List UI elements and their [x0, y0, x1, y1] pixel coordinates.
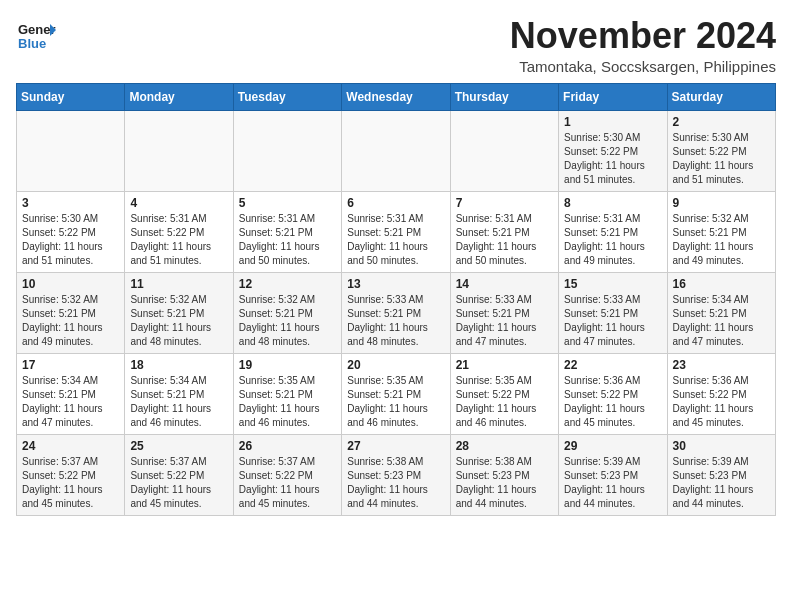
day-info: Sunrise: 5:32 AMSunset: 5:21 PMDaylight:…: [673, 212, 770, 268]
calendar-cell: 16Sunrise: 5:34 AMSunset: 5:21 PMDayligh…: [667, 272, 775, 353]
week-row-3: 10Sunrise: 5:32 AMSunset: 5:21 PMDayligh…: [17, 272, 776, 353]
calendar-cell: 13Sunrise: 5:33 AMSunset: 5:21 PMDayligh…: [342, 272, 450, 353]
calendar-cell: 27Sunrise: 5:38 AMSunset: 5:23 PMDayligh…: [342, 434, 450, 515]
day-info: Sunrise: 5:30 AMSunset: 5:22 PMDaylight:…: [673, 131, 770, 187]
calendar-cell: 24Sunrise: 5:37 AMSunset: 5:22 PMDayligh…: [17, 434, 125, 515]
day-number: 3: [22, 196, 119, 210]
title-block: November 2024 Tamontaka, Soccsksargen, P…: [510, 16, 776, 75]
calendar-cell: 5Sunrise: 5:31 AMSunset: 5:21 PMDaylight…: [233, 191, 341, 272]
day-number: 24: [22, 439, 119, 453]
day-info: Sunrise: 5:35 AMSunset: 5:21 PMDaylight:…: [347, 374, 444, 430]
day-number: 16: [673, 277, 770, 291]
day-info: Sunrise: 5:33 AMSunset: 5:21 PMDaylight:…: [456, 293, 553, 349]
day-number: 8: [564, 196, 661, 210]
calendar-cell: 26Sunrise: 5:37 AMSunset: 5:22 PMDayligh…: [233, 434, 341, 515]
weekday-header-friday: Friday: [559, 83, 667, 110]
day-number: 2: [673, 115, 770, 129]
calendar-cell: [233, 110, 341, 191]
calendar-cell: 11Sunrise: 5:32 AMSunset: 5:21 PMDayligh…: [125, 272, 233, 353]
day-info: Sunrise: 5:34 AMSunset: 5:21 PMDaylight:…: [130, 374, 227, 430]
day-number: 17: [22, 358, 119, 372]
calendar-cell: 28Sunrise: 5:38 AMSunset: 5:23 PMDayligh…: [450, 434, 558, 515]
calendar-cell: 15Sunrise: 5:33 AMSunset: 5:21 PMDayligh…: [559, 272, 667, 353]
calendar-cell: 17Sunrise: 5:34 AMSunset: 5:21 PMDayligh…: [17, 353, 125, 434]
calendar-cell: [17, 110, 125, 191]
weekday-header-row: SundayMondayTuesdayWednesdayThursdayFrid…: [17, 83, 776, 110]
day-info: Sunrise: 5:31 AMSunset: 5:21 PMDaylight:…: [456, 212, 553, 268]
weekday-header-tuesday: Tuesday: [233, 83, 341, 110]
day-number: 26: [239, 439, 336, 453]
day-info: Sunrise: 5:37 AMSunset: 5:22 PMDaylight:…: [22, 455, 119, 511]
day-info: Sunrise: 5:39 AMSunset: 5:23 PMDaylight:…: [564, 455, 661, 511]
day-info: Sunrise: 5:32 AMSunset: 5:21 PMDaylight:…: [22, 293, 119, 349]
day-number: 22: [564, 358, 661, 372]
day-number: 5: [239, 196, 336, 210]
calendar-cell: 18Sunrise: 5:34 AMSunset: 5:21 PMDayligh…: [125, 353, 233, 434]
day-info: Sunrise: 5:32 AMSunset: 5:21 PMDaylight:…: [239, 293, 336, 349]
day-number: 23: [673, 358, 770, 372]
calendar-cell: [125, 110, 233, 191]
calendar-cell: 30Sunrise: 5:39 AMSunset: 5:23 PMDayligh…: [667, 434, 775, 515]
day-number: 10: [22, 277, 119, 291]
day-number: 13: [347, 277, 444, 291]
calendar-cell: 7Sunrise: 5:31 AMSunset: 5:21 PMDaylight…: [450, 191, 558, 272]
calendar-cell: 6Sunrise: 5:31 AMSunset: 5:21 PMDaylight…: [342, 191, 450, 272]
day-info: Sunrise: 5:36 AMSunset: 5:22 PMDaylight:…: [564, 374, 661, 430]
day-number: 6: [347, 196, 444, 210]
week-row-2: 3Sunrise: 5:30 AMSunset: 5:22 PMDaylight…: [17, 191, 776, 272]
day-info: Sunrise: 5:31 AMSunset: 5:21 PMDaylight:…: [347, 212, 444, 268]
day-number: 1: [564, 115, 661, 129]
day-number: 27: [347, 439, 444, 453]
calendar-cell: 21Sunrise: 5:35 AMSunset: 5:22 PMDayligh…: [450, 353, 558, 434]
day-number: 20: [347, 358, 444, 372]
calendar-cell: 12Sunrise: 5:32 AMSunset: 5:21 PMDayligh…: [233, 272, 341, 353]
day-number: 21: [456, 358, 553, 372]
day-number: 30: [673, 439, 770, 453]
calendar-cell: 14Sunrise: 5:33 AMSunset: 5:21 PMDayligh…: [450, 272, 558, 353]
day-info: Sunrise: 5:36 AMSunset: 5:22 PMDaylight:…: [673, 374, 770, 430]
page-header: General Blue November 2024 Tamontaka, So…: [16, 16, 776, 75]
day-info: Sunrise: 5:35 AMSunset: 5:21 PMDaylight:…: [239, 374, 336, 430]
calendar-cell: 29Sunrise: 5:39 AMSunset: 5:23 PMDayligh…: [559, 434, 667, 515]
location-subtitle: Tamontaka, Soccsksargen, Philippines: [510, 58, 776, 75]
svg-text:Blue: Blue: [18, 36, 46, 51]
day-info: Sunrise: 5:33 AMSunset: 5:21 PMDaylight:…: [347, 293, 444, 349]
calendar-cell: 20Sunrise: 5:35 AMSunset: 5:21 PMDayligh…: [342, 353, 450, 434]
day-number: 4: [130, 196, 227, 210]
day-number: 19: [239, 358, 336, 372]
calendar-cell: 3Sunrise: 5:30 AMSunset: 5:22 PMDaylight…: [17, 191, 125, 272]
day-number: 28: [456, 439, 553, 453]
day-info: Sunrise: 5:30 AMSunset: 5:22 PMDaylight:…: [564, 131, 661, 187]
day-info: Sunrise: 5:32 AMSunset: 5:21 PMDaylight:…: [130, 293, 227, 349]
week-row-5: 24Sunrise: 5:37 AMSunset: 5:22 PMDayligh…: [17, 434, 776, 515]
calendar-cell: 9Sunrise: 5:32 AMSunset: 5:21 PMDaylight…: [667, 191, 775, 272]
day-number: 9: [673, 196, 770, 210]
month-title: November 2024: [510, 16, 776, 56]
logo-icon: General Blue: [16, 16, 48, 48]
calendar-cell: 1Sunrise: 5:30 AMSunset: 5:22 PMDaylight…: [559, 110, 667, 191]
day-info: Sunrise: 5:37 AMSunset: 5:22 PMDaylight:…: [239, 455, 336, 511]
day-info: Sunrise: 5:38 AMSunset: 5:23 PMDaylight:…: [347, 455, 444, 511]
day-info: Sunrise: 5:31 AMSunset: 5:21 PMDaylight:…: [564, 212, 661, 268]
calendar-cell: 4Sunrise: 5:31 AMSunset: 5:22 PMDaylight…: [125, 191, 233, 272]
day-info: Sunrise: 5:31 AMSunset: 5:22 PMDaylight:…: [130, 212, 227, 268]
calendar-cell: 19Sunrise: 5:35 AMSunset: 5:21 PMDayligh…: [233, 353, 341, 434]
day-number: 12: [239, 277, 336, 291]
calendar-cell: [342, 110, 450, 191]
day-info: Sunrise: 5:34 AMSunset: 5:21 PMDaylight:…: [22, 374, 119, 430]
day-info: Sunrise: 5:37 AMSunset: 5:22 PMDaylight:…: [130, 455, 227, 511]
weekday-header-thursday: Thursday: [450, 83, 558, 110]
calendar-cell: [450, 110, 558, 191]
calendar-cell: 2Sunrise: 5:30 AMSunset: 5:22 PMDaylight…: [667, 110, 775, 191]
day-info: Sunrise: 5:35 AMSunset: 5:22 PMDaylight:…: [456, 374, 553, 430]
calendar-table: SundayMondayTuesdayWednesdayThursdayFrid…: [16, 83, 776, 516]
day-number: 18: [130, 358, 227, 372]
calendar-cell: 22Sunrise: 5:36 AMSunset: 5:22 PMDayligh…: [559, 353, 667, 434]
weekday-header-saturday: Saturday: [667, 83, 775, 110]
weekday-header-sunday: Sunday: [17, 83, 125, 110]
week-row-4: 17Sunrise: 5:34 AMSunset: 5:21 PMDayligh…: [17, 353, 776, 434]
logo: General Blue: [16, 16, 48, 48]
day-info: Sunrise: 5:39 AMSunset: 5:23 PMDaylight:…: [673, 455, 770, 511]
day-number: 29: [564, 439, 661, 453]
calendar-cell: 8Sunrise: 5:31 AMSunset: 5:21 PMDaylight…: [559, 191, 667, 272]
